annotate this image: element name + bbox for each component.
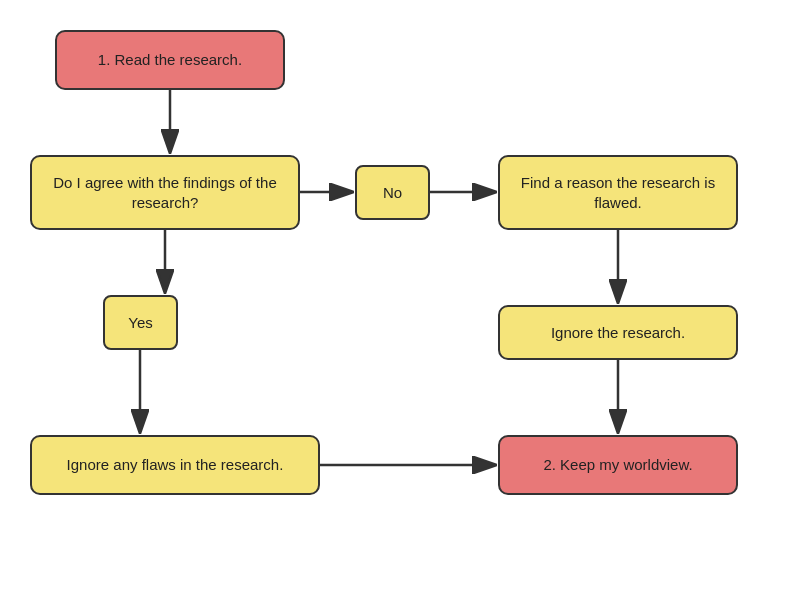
node-read-research: 1. Read the research. <box>55 30 285 90</box>
node-find-reason: Find a reason the research is flawed. <box>498 155 738 230</box>
flowchart-diagram: 1. Read the research. Do I agree with th… <box>0 0 800 600</box>
node-keep-worldview: 2. Keep my worldview. <box>498 435 738 495</box>
node-yes-diamond: Yes <box>103 295 178 350</box>
node-ignore-flaws: Ignore any flaws in the research. <box>30 435 320 495</box>
node-no-diamond: No <box>355 165 430 220</box>
node-ignore-research: Ignore the research. <box>498 305 738 360</box>
node-do-i-agree: Do I agree with the findings of the rese… <box>30 155 300 230</box>
